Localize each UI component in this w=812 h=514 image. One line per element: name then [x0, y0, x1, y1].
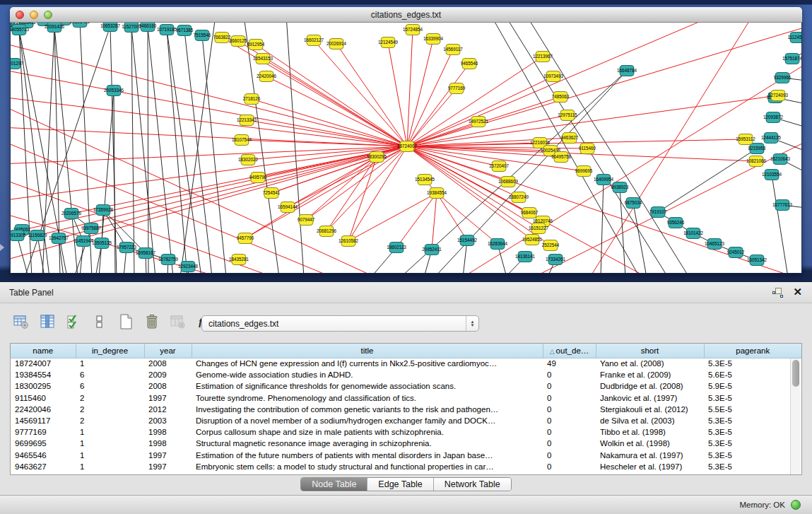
graph-node[interactable]: 20681296	[317, 226, 337, 237]
column-header-name[interactable]: name	[11, 344, 76, 358]
network-window-titlebar[interactable]: citations_edges.txt	[10, 7, 802, 23]
column-header-short[interactable]: short	[596, 344, 704, 358]
table-select-dropdown[interactable]: citations_edges.txt ▲▼	[201, 315, 479, 332]
graph-node[interactable]: 12444135	[761, 133, 782, 144]
column-header-pagerank[interactable]: pagerank	[704, 344, 801, 358]
graph-node[interactable]: 9079447	[298, 215, 315, 226]
graph-node[interactable]: 9245012	[727, 247, 745, 258]
table-settings-icon[interactable]	[11, 312, 31, 332]
graph-node[interactable]: 16283644	[488, 239, 508, 250]
graph-node[interactable]: 7254541	[263, 188, 281, 199]
graph-node[interactable]: 15134545	[415, 175, 435, 185]
graph-node[interactable]: 9329966	[774, 73, 792, 83]
graph-node[interactable]: 10688609	[498, 177, 519, 187]
pane-collapse-icon[interactable]	[0, 244, 4, 251]
graph-node[interactable]: 8938923	[611, 182, 629, 193]
graph-node[interactable]: 18302022	[238, 155, 259, 165]
graph-node[interactable]: 15720407	[489, 161, 510, 172]
graph-node[interactable]: 9684067	[521, 208, 539, 218]
minimize-window-icon[interactable]	[30, 11, 38, 19]
graph-node[interactable]: 15154492	[457, 235, 478, 246]
column-header-title[interactable]: title	[192, 344, 543, 358]
graph-node[interactable]: 11156829	[28, 230, 47, 241]
graph-node[interactable]: 15301297	[11, 59, 23, 69]
table-row[interactable]: 946362711997Embryonic stem cells: a mode…	[11, 461, 801, 472]
column-header-out_de[interactable]: △out_de…	[543, 344, 596, 358]
graph-node[interactable]: 7485063	[552, 92, 570, 103]
close-window-icon[interactable]	[16, 11, 24, 19]
graph-node[interactable]: 9671385	[176, 25, 194, 36]
table-row[interactable]: 977716911998Corpus callosum shape and si…	[11, 426, 801, 438]
graph-node[interactable]: 20053346	[104, 86, 124, 96]
graph-node[interactable]: 15724854	[403, 25, 423, 35]
graph-node[interactable]: 9115460	[579, 144, 596, 154]
graph-node[interactable]: 18107544	[232, 135, 252, 146]
table-row[interactable]: 911546021997Tourette syndrome. Phenomeno…	[11, 392, 801, 404]
graph-node[interactable]: 2718126	[243, 94, 261, 105]
graph-node[interactable]: 20952411	[422, 245, 442, 255]
graph-node[interactable]: 20206576	[61, 209, 82, 219]
graph-node[interactable]: 16777613	[772, 200, 793, 211]
zoom-window-icon[interactable]	[44, 11, 52, 19]
graph-node[interactable]: 11124551	[787, 33, 801, 43]
graph-node[interactable]: 9457790	[237, 233, 254, 244]
graph-node[interactable]: 13942757	[49, 233, 69, 244]
float-window-icon[interactable]	[772, 286, 783, 298]
graph-node[interactable]: 20026914	[326, 39, 347, 49]
column-header-year[interactable]: year	[144, 344, 192, 358]
graph-node[interactable]: 9495790	[249, 173, 267, 183]
graph-node[interactable]: 18602113	[387, 243, 406, 253]
graph-node[interactable]: 18435281	[229, 255, 249, 265]
graph-node[interactable]: 12724093	[768, 90, 789, 101]
graph-node[interactable]: 18807249	[509, 192, 529, 203]
graph-node[interactable]: 8660125	[230, 36, 247, 47]
close-panel-icon[interactable]: ✕	[793, 286, 802, 298]
column-header-in_degree[interactable]: in_degree	[76, 344, 144, 358]
graph-node[interactable]: 6875034	[625, 198, 642, 209]
table-row[interactable]: 1456911722003Disruption of a novel membe…	[11, 415, 801, 426]
graph-node[interactable]: 10719185	[157, 25, 177, 35]
graph-node[interactable]: 17334261	[546, 255, 566, 265]
graph-node[interactable]: 12975115	[558, 110, 577, 121]
graph-node[interactable]: 16543153	[253, 54, 273, 64]
select-columns-icon[interactable]	[64, 312, 83, 332]
show-columns-icon[interactable]	[37, 312, 57, 332]
graph-node[interactable]: 3913305	[11, 230, 26, 241]
graph-node[interactable]: 10973493	[543, 71, 564, 82]
graph-node[interactable]: 20891436	[70, 23, 90, 28]
graph-node[interactable]: 16051342	[747, 255, 767, 266]
graph-node[interactable]: 9465546	[461, 59, 478, 69]
tab-edge-table[interactable]: Edge Table	[367, 478, 433, 491]
graph-node[interactable]: 12124549	[378, 37, 399, 48]
table-row[interactable]: 1872400712008Changes of HCN gene express…	[11, 358, 801, 369]
graph-node[interactable]: 8912954	[247, 40, 265, 50]
graph-node[interactable]: 7919107	[649, 207, 667, 218]
graph-node[interactable]: 16409954	[594, 175, 614, 185]
graph-node[interactable]: 14569117	[443, 45, 463, 55]
graph-node[interactable]: 7515546	[194, 30, 211, 41]
graph-node[interactable]: 2522544	[542, 240, 560, 251]
graph-node[interactable]: 9463627	[561, 133, 579, 144]
table-row[interactable]: 946554611997Estimation of the future num…	[11, 450, 801, 461]
graph-node[interactable]: 12103554	[762, 170, 782, 180]
table-row[interactable]: 969969511998Structural magnetic resonanc…	[11, 438, 801, 449]
graph-node[interactable]: 15751874	[782, 54, 801, 64]
graph-node[interactable]: 13505135	[92, 238, 112, 249]
graph-node[interactable]: 16648784	[617, 66, 637, 76]
graph-node[interactable]: 16339904	[423, 34, 444, 45]
graph-node[interactable]: 19384554	[427, 188, 447, 199]
graph-node[interactable]: 10653287	[100, 23, 121, 32]
graph-node[interactable]: 7663822	[213, 33, 231, 43]
row-height-icon[interactable]	[90, 312, 110, 332]
graph-node[interactable]: 17359928	[93, 205, 114, 216]
tab-node-table[interactable]: Node Table	[301, 478, 367, 491]
table-row[interactable]: 2242004622012Investigating the contribut…	[11, 404, 801, 415]
graph-node[interactable]: 14136141	[515, 252, 536, 262]
graph-node[interactable]: 19524851	[522, 235, 543, 245]
scrollbar-thumb[interactable]	[792, 360, 799, 387]
graph-node[interactable]: 15953112	[736, 134, 755, 145]
graph-node[interactable]: 22091436	[45, 23, 65, 33]
table-scrollbar[interactable]	[790, 358, 801, 474]
graph-node[interactable]: 12093872	[763, 112, 784, 123]
delete-table-icon[interactable]	[142, 312, 162, 332]
